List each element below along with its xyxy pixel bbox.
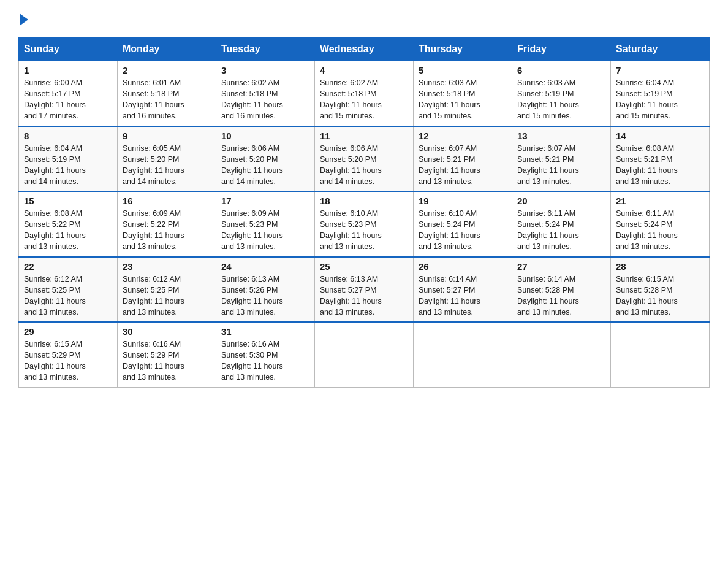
day-number: 2 [123,65,211,75]
day-info: Sunrise: 6:08 AMSunset: 5:22 PMDaylight:… [24,208,112,253]
day-info: Sunrise: 6:05 AMSunset: 5:20 PMDaylight:… [123,143,211,188]
calendar-cell: 1Sunrise: 6:00 AMSunset: 5:17 PMDaylight… [19,61,118,126]
day-info: Sunrise: 6:06 AMSunset: 5:20 PMDaylight:… [221,143,309,188]
calendar-cell: 4Sunrise: 6:02 AMSunset: 5:18 PMDaylight… [315,61,414,126]
day-number: 20 [517,196,605,206]
calendar-cell: 9Sunrise: 6:05 AMSunset: 5:20 PMDaylight… [118,126,216,192]
day-number: 19 [419,196,507,206]
day-info: Sunrise: 6:10 AMSunset: 5:24 PMDaylight:… [419,208,507,253]
weekday-header-tuesday: Tuesday [216,37,315,61]
calendar-week-row: 1Sunrise: 6:00 AMSunset: 5:17 PMDaylight… [19,61,710,126]
day-info: Sunrise: 6:11 AMSunset: 5:24 PMDaylight:… [517,208,605,253]
calendar-cell: 31Sunrise: 6:16 AMSunset: 5:30 PMDayligh… [216,322,315,387]
day-info: Sunrise: 6:16 AMSunset: 5:29 PMDaylight:… [123,339,211,383]
day-number: 14 [616,131,704,141]
day-number: 15 [24,196,112,206]
day-info: Sunrise: 6:03 AMSunset: 5:18 PMDaylight:… [419,77,507,122]
day-info: Sunrise: 6:12 AMSunset: 5:25 PMDaylight:… [123,274,211,318]
calendar-cell: 5Sunrise: 6:03 AMSunset: 5:18 PMDaylight… [414,61,512,126]
day-number: 9 [123,131,211,141]
weekday-header-sunday: Sunday [19,37,118,61]
calendar-cell: 27Sunrise: 6:14 AMSunset: 5:28 PMDayligh… [512,257,611,323]
day-number: 7 [616,65,704,75]
calendar-cell: 23Sunrise: 6:12 AMSunset: 5:25 PMDayligh… [118,257,216,323]
calendar-week-row: 15Sunrise: 6:08 AMSunset: 5:22 PMDayligh… [19,191,710,257]
calendar-week-row: 22Sunrise: 6:12 AMSunset: 5:25 PMDayligh… [19,257,710,323]
day-info: Sunrise: 6:03 AMSunset: 5:19 PMDaylight:… [517,77,605,122]
day-number: 25 [320,261,408,272]
day-number: 6 [517,65,605,75]
day-number: 27 [517,261,605,272]
weekday-header-monday: Monday [118,37,216,61]
logo [18,12,28,26]
calendar-cell [611,322,710,387]
day-info: Sunrise: 6:11 AMSunset: 5:24 PMDaylight:… [616,208,704,253]
day-info: Sunrise: 6:10 AMSunset: 5:23 PMDaylight:… [320,208,408,253]
calendar-table: SundayMondayTuesdayWednesdayThursdayFrid… [18,37,710,388]
calendar-cell: 7Sunrise: 6:04 AMSunset: 5:19 PMDaylight… [611,61,710,126]
weekday-header-friday: Friday [512,37,611,61]
day-number: 17 [221,196,309,206]
day-number: 23 [123,261,211,272]
calendar-cell: 26Sunrise: 6:14 AMSunset: 5:27 PMDayligh… [414,257,512,323]
calendar-cell: 11Sunrise: 6:06 AMSunset: 5:20 PMDayligh… [315,126,414,192]
day-info: Sunrise: 6:04 AMSunset: 5:19 PMDaylight:… [24,143,112,188]
calendar-cell: 15Sunrise: 6:08 AMSunset: 5:22 PMDayligh… [19,191,118,257]
day-info: Sunrise: 6:14 AMSunset: 5:28 PMDaylight:… [517,274,605,318]
calendar-cell: 19Sunrise: 6:10 AMSunset: 5:24 PMDayligh… [414,191,512,257]
day-number: 11 [320,131,408,141]
day-info: Sunrise: 6:15 AMSunset: 5:28 PMDaylight:… [616,274,704,318]
calendar-cell: 25Sunrise: 6:13 AMSunset: 5:27 PMDayligh… [315,257,414,323]
day-number: 12 [419,131,507,141]
calendar-cell: 17Sunrise: 6:09 AMSunset: 5:23 PMDayligh… [216,191,315,257]
day-info: Sunrise: 6:07 AMSunset: 5:21 PMDaylight:… [517,143,605,188]
day-info: Sunrise: 6:06 AMSunset: 5:20 PMDaylight:… [320,143,408,188]
calendar-cell: 28Sunrise: 6:15 AMSunset: 5:28 PMDayligh… [611,257,710,323]
day-info: Sunrise: 6:16 AMSunset: 5:30 PMDaylight:… [221,339,309,383]
day-info: Sunrise: 6:02 AMSunset: 5:18 PMDaylight:… [320,77,408,122]
day-number: 22 [24,261,112,272]
weekday-header-row: SundayMondayTuesdayWednesdayThursdayFrid… [19,37,710,61]
day-number: 4 [320,65,408,75]
day-number: 5 [419,65,507,75]
calendar-cell: 14Sunrise: 6:08 AMSunset: 5:21 PMDayligh… [611,126,710,192]
day-info: Sunrise: 6:13 AMSunset: 5:26 PMDaylight:… [221,274,309,318]
day-info: Sunrise: 6:14 AMSunset: 5:27 PMDaylight:… [419,274,507,318]
calendar-cell: 12Sunrise: 6:07 AMSunset: 5:21 PMDayligh… [414,126,512,192]
day-info: Sunrise: 6:02 AMSunset: 5:18 PMDaylight:… [221,77,309,122]
day-info: Sunrise: 6:08 AMSunset: 5:21 PMDaylight:… [616,143,704,188]
calendar-cell [512,322,611,387]
day-number: 8 [24,131,112,141]
day-info: Sunrise: 6:12 AMSunset: 5:25 PMDaylight:… [24,274,112,318]
day-number: 28 [616,261,704,272]
day-info: Sunrise: 6:15 AMSunset: 5:29 PMDaylight:… [24,339,112,383]
day-number: 16 [123,196,211,206]
calendar-cell: 24Sunrise: 6:13 AMSunset: 5:26 PMDayligh… [216,257,315,323]
weekday-header-wednesday: Wednesday [315,37,414,61]
day-number: 1 [24,65,112,75]
calendar-cell: 20Sunrise: 6:11 AMSunset: 5:24 PMDayligh… [512,191,611,257]
calendar-cell: 29Sunrise: 6:15 AMSunset: 5:29 PMDayligh… [19,322,118,387]
logo-arrow-icon [20,13,28,26]
day-info: Sunrise: 6:04 AMSunset: 5:19 PMDaylight:… [616,77,704,122]
day-number: 3 [221,65,309,75]
day-info: Sunrise: 6:07 AMSunset: 5:21 PMDaylight:… [419,143,507,188]
page-header [18,12,710,26]
day-number: 10 [221,131,309,141]
day-number: 26 [419,261,507,272]
calendar-cell: 3Sunrise: 6:02 AMSunset: 5:18 PMDaylight… [216,61,315,126]
day-info: Sunrise: 6:00 AMSunset: 5:17 PMDaylight:… [24,77,112,122]
day-number: 21 [616,196,704,206]
calendar-cell: 8Sunrise: 6:04 AMSunset: 5:19 PMDaylight… [19,126,118,192]
calendar-cell: 2Sunrise: 6:01 AMSunset: 5:18 PMDaylight… [118,61,216,126]
calendar-cell: 10Sunrise: 6:06 AMSunset: 5:20 PMDayligh… [216,126,315,192]
day-number: 18 [320,196,408,206]
day-info: Sunrise: 6:01 AMSunset: 5:18 PMDaylight:… [123,77,211,122]
day-number: 13 [517,131,605,141]
calendar-week-row: 29Sunrise: 6:15 AMSunset: 5:29 PMDayligh… [19,322,710,387]
calendar-cell [414,322,512,387]
calendar-cell: 30Sunrise: 6:16 AMSunset: 5:29 PMDayligh… [118,322,216,387]
day-number: 24 [221,261,309,272]
calendar-cell: 22Sunrise: 6:12 AMSunset: 5:25 PMDayligh… [19,257,118,323]
weekday-header-saturday: Saturday [611,37,710,61]
